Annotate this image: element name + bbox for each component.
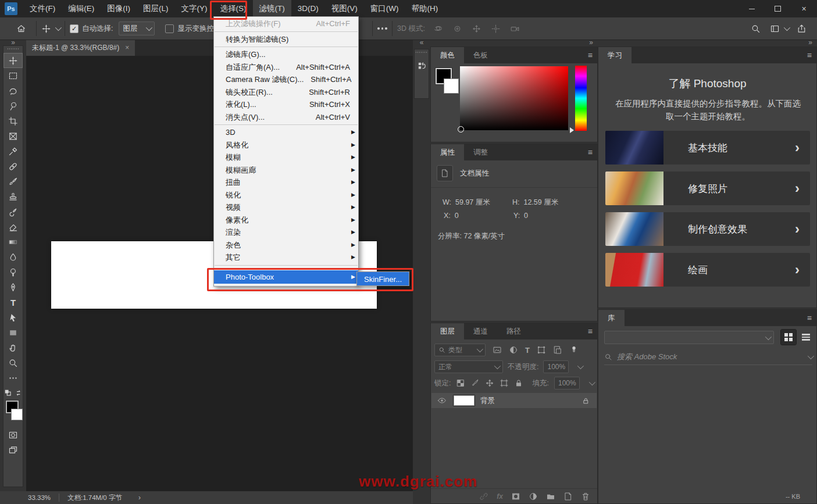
collapse-column2-icon[interactable]: »: [598, 40, 817, 47]
minimize-button[interactable]: [738, 0, 765, 17]
hand-tool[interactable]: [3, 340, 23, 355]
filter-shape-icon[interactable]: [537, 345, 546, 355]
3d-pan-icon[interactable]: [472, 24, 481, 34]
lock-all-icon[interactable]: [514, 378, 523, 388]
learn-card-painting[interactable]: 绘画 ›: [605, 253, 810, 287]
dodge-tool[interactable]: [3, 264, 23, 280]
shape-tool[interactable]: [3, 325, 23, 340]
menu-item-adaptive-wide-angle[interactable]: 自适应广角(A)...Alt+Shift+Ctrl+A: [214, 61, 358, 74]
eraser-tool[interactable]: [3, 219, 23, 234]
auto-select-dropdown[interactable]: 图层: [119, 22, 155, 35]
eyedropper-tool[interactable]: [3, 144, 23, 159]
zoom-level-field[interactable]: 33.33%: [28, 494, 51, 501]
lasso-tool[interactable]: [3, 83, 23, 98]
height-value[interactable]: 12.59 厘米: [523, 198, 558, 206]
move-tool-preset[interactable]: [41, 24, 60, 34]
menu-window[interactable]: 窗口(W): [364, 0, 405, 17]
menu-3d[interactable]: 3D(D): [291, 0, 325, 17]
menu-item-other[interactable]: 其它▶: [214, 251, 358, 264]
hue-marker[interactable]: [570, 127, 574, 133]
tab-swatches[interactable]: 色板: [464, 47, 497, 63]
path-selection-tool[interactable]: [3, 310, 23, 325]
y-value[interactable]: 0: [524, 212, 528, 220]
menu-item-liquify[interactable]: 液化(L)...Shift+Ctrl+X: [214, 98, 358, 111]
lock-pixels-icon[interactable]: [470, 378, 480, 388]
tab-adjustments[interactable]: 调整: [464, 144, 497, 160]
brush-tool[interactable]: [3, 174, 23, 189]
search-icon[interactable]: [751, 24, 761, 34]
layer-name[interactable]: 背景: [480, 396, 495, 406]
3d-orbit-icon[interactable]: [433, 24, 443, 34]
add-mask-icon[interactable]: [511, 492, 520, 501]
x-value[interactable]: 0: [455, 212, 459, 220]
3d-slide-icon[interactable]: [491, 24, 501, 34]
filter-adjustment-icon[interactable]: [509, 345, 518, 355]
learn-card-creative-effects[interactable]: 制作创意效果 ›: [605, 212, 810, 246]
panel-menu-icon[interactable]: ≡: [807, 310, 816, 326]
color-swatches[interactable]: [3, 399, 23, 424]
filter-toggle-icon[interactable]: [569, 345, 579, 355]
tab-properties[interactable]: 属性: [431, 144, 464, 160]
quick-selection-tool[interactable]: [3, 98, 23, 113]
collapse-column1-icon[interactable]: »: [430, 40, 598, 47]
background-color-swatch[interactable]: [11, 409, 23, 420]
menu-view[interactable]: 视图(V): [325, 0, 364, 17]
panel-menu-icon[interactable]: ≡: [807, 47, 816, 63]
maximize-button[interactable]: [765, 0, 791, 17]
menu-item-pixelate[interactable]: 像素化▶: [214, 214, 358, 227]
3d-roll-icon[interactable]: [452, 24, 462, 34]
menu-item-blur-gallery[interactable]: 模糊画廊▶: [214, 164, 358, 177]
menu-help[interactable]: 帮助(H): [405, 0, 444, 17]
chevron-down-icon[interactable]: [577, 363, 584, 369]
share-icon[interactable]: [797, 24, 807, 34]
layer-visibility-eye-icon[interactable]: [437, 396, 447, 405]
menu-layer[interactable]: 图层(L): [137, 0, 175, 17]
color-selector-circle[interactable]: [458, 126, 464, 133]
menu-item-convert-smart-filter[interactable]: 转换为智能滤镜(S): [214, 33, 358, 46]
menu-item-video[interactable]: 视频▶: [214, 201, 358, 214]
quick-mask-button[interactable]: [3, 427, 23, 442]
chevron-down-icon[interactable]: [589, 379, 595, 385]
lock-artboard-icon[interactable]: [500, 378, 509, 388]
tab-paths[interactable]: 路径: [497, 323, 530, 339]
width-value[interactable]: 59.97 厘米: [455, 198, 490, 206]
edit-toolbar-button[interactable]: [3, 370, 23, 385]
list-view-button[interactable]: [798, 330, 814, 345]
menu-item-lens-correction[interactable]: 镜头校正(R)...Shift+Ctrl+R: [214, 86, 358, 99]
link-layers-icon[interactable]: [479, 492, 488, 501]
filter-image-icon[interactable]: [493, 345, 502, 355]
learn-card-retouch-photos[interactable]: 修复照片 ›: [605, 171, 810, 205]
panel-menu-icon[interactable]: ≡: [588, 144, 597, 160]
adjustment-layer-icon[interactable]: [529, 492, 538, 501]
toolbar-grip[interactable]: [8, 48, 19, 49]
menu-item-sharpen[interactable]: 锐化▶: [214, 189, 358, 202]
frame-tool[interactable]: [3, 128, 23, 144]
filter-smart-object-icon[interactable]: [553, 345, 562, 355]
auto-select-checkbox[interactable]: ✓: [70, 24, 79, 33]
filter-type-text-icon[interactable]: T: [525, 346, 530, 355]
move-tool[interactable]: [3, 53, 23, 68]
status-options-icon[interactable]: ›: [138, 494, 141, 502]
layer-row-background[interactable]: 背景: [431, 393, 597, 408]
tab-color[interactable]: 颜色: [431, 47, 464, 63]
menu-item-camera-raw[interactable]: Camera Raw 滤镜(C)...Shift+Ctrl+A: [214, 73, 358, 86]
gradient-tool[interactable]: [3, 234, 23, 249]
menu-select[interactable]: 选择(S): [214, 0, 253, 17]
marquee-tool[interactable]: [3, 68, 23, 83]
screen-mode-button[interactable]: [3, 442, 23, 457]
more-options-button[interactable]: [377, 27, 387, 30]
menu-item-render[interactable]: 渲染▶: [214, 226, 358, 239]
learn-card-basic-skills[interactable]: 基本技能 ›: [605, 131, 810, 165]
menu-item-noise[interactable]: 杂色▶: [214, 239, 358, 252]
swap-colors-button[interactable]: [3, 389, 23, 397]
tab-channels[interactable]: 通道: [464, 323, 497, 339]
menu-item-blur[interactable]: 模糊▶: [214, 151, 358, 164]
history-brush-tool[interactable]: [3, 204, 23, 219]
healing-brush-tool[interactable]: [3, 159, 23, 174]
workspace-switcher[interactable]: [770, 24, 789, 34]
lock-position-icon[interactable]: [485, 378, 494, 388]
crop-tool[interactable]: [3, 113, 23, 128]
layer-style-fx-icon[interactable]: fx: [497, 492, 503, 501]
saturation-brightness-box[interactable]: [460, 66, 568, 130]
menu-type[interactable]: 文字(Y): [175, 0, 214, 17]
